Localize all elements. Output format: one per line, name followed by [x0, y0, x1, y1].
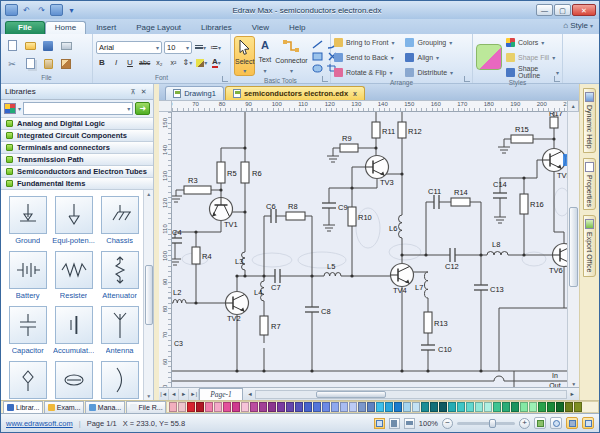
palette-swatch[interactable] — [457, 402, 465, 412]
symbol-tile-chassis[interactable]: Chassis — [99, 196, 140, 245]
symbol-tile-capacitor[interactable]: Capacitor — [7, 306, 48, 355]
font-style-button-4[interactable]: x₂ — [153, 57, 165, 69]
symbol-tile-attenuator[interactable]: Attenuator — [99, 251, 140, 300]
font-color-icon[interactable]: A▾ — [210, 57, 222, 69]
side-tab-export-office[interactable]: Export Office — [583, 215, 596, 276]
copy-icon[interactable] — [22, 56, 38, 71]
palette-swatch[interactable] — [475, 402, 483, 412]
page-nav-2[interactable]: ► — [179, 389, 189, 400]
palette-swatch[interactable] — [349, 402, 357, 412]
cut-icon[interactable]: ✂ — [4, 56, 20, 71]
open-library-button[interactable]: ➜ — [135, 102, 150, 115]
palette-swatch[interactable] — [556, 402, 564, 412]
pin-icon[interactable]: ⊼ — [127, 86, 138, 97]
styles-big-icon[interactable] — [476, 44, 502, 70]
palette-swatch[interactable] — [430, 402, 438, 412]
palette-swatch[interactable] — [295, 402, 303, 412]
print-icon[interactable] — [58, 38, 74, 53]
view-pagebreak-button[interactable] — [389, 418, 400, 429]
scroll-right-icon[interactable]: ► — [567, 389, 577, 400]
open-icon[interactable] — [22, 38, 38, 53]
zoom-out-button[interactable]: − — [442, 418, 453, 429]
symbol-tile-diamond[interactable] — [7, 361, 48, 400]
scrollbar-thumb[interactable] — [569, 207, 578, 287]
scroll-up-icon[interactable]: ▲ — [146, 191, 151, 197]
library-item-terminals-and-connectors[interactable]: Terminals and connectors — [1, 142, 153, 154]
palette-swatch[interactable] — [214, 402, 222, 412]
maximize-button[interactable]: ▢ — [554, 4, 571, 16]
library-item-fundamental-items[interactable]: Fundamental Items — [1, 178, 153, 190]
side-tab-properties[interactable]: Properties — [583, 158, 596, 211]
palette-swatch[interactable] — [367, 402, 375, 412]
symbol-tile-ground[interactable]: Ground — [7, 196, 48, 245]
symbol-tile-arc[interactable] — [99, 361, 140, 400]
library-search-select[interactable]: ▾ — [23, 102, 133, 115]
menu-tab-insert[interactable]: Insert — [86, 21, 126, 34]
font-style-button-0[interactable]: B — [96, 57, 108, 69]
palette-swatch[interactable] — [412, 402, 420, 412]
font-size-select[interactable]: 10▾ — [164, 41, 192, 54]
zoom-slider-thumb[interactable] — [489, 419, 496, 428]
side-tab-dynamic-help[interactable]: Dynamic Help — [583, 88, 596, 153]
panel-tab-file-r-[interactable]: File R... — [126, 401, 166, 413]
palette-swatch[interactable] — [484, 402, 492, 412]
palette-swatch[interactable] — [502, 402, 510, 412]
new-document-icon[interactable] — [4, 38, 20, 53]
palette-swatch[interactable] — [358, 402, 366, 412]
canvas-vertical-scrollbar[interactable]: ▼ — [567, 112, 579, 387]
view-normal-button[interactable] — [374, 418, 385, 429]
palette-swatch[interactable] — [223, 402, 231, 412]
palette-swatch[interactable] — [493, 402, 501, 412]
palette-swatch[interactable] — [340, 402, 348, 412]
minimize-button[interactable]: — — [536, 4, 553, 16]
ellipse-tool-icon[interactable] — [311, 63, 324, 74]
palette-swatch[interactable] — [187, 402, 195, 412]
palette-swatch[interactable] — [331, 402, 339, 412]
highlight-icon[interactable]: ▾ — [195, 57, 208, 69]
save-file-icon[interactable] — [40, 38, 56, 53]
palette-swatch[interactable] — [169, 402, 177, 412]
paste-icon[interactable] — [40, 56, 56, 71]
symbol-tile-battery[interactable]: Battery — [7, 251, 48, 300]
palette-swatch[interactable] — [421, 402, 429, 412]
scrollbar-thumb[interactable] — [316, 391, 386, 398]
symbol-tile-resister[interactable]: Resister — [52, 251, 95, 300]
palette-swatch[interactable] — [538, 402, 546, 412]
palette-swatch[interactable] — [547, 402, 555, 412]
scroll-down-icon[interactable]: ▼ — [146, 393, 151, 399]
line-tool-icon[interactable] — [311, 39, 324, 50]
palette-swatch[interactable] — [448, 402, 456, 412]
palette-swatch[interactable] — [520, 402, 528, 412]
edrawsoft-link[interactable]: www.edrawsoft.com — [6, 419, 73, 428]
palette-swatch[interactable] — [286, 402, 294, 412]
scrollbar-thumb[interactable] — [145, 265, 153, 325]
canvas-horizontal-scrollbar[interactable] — [255, 390, 567, 399]
palette-swatch[interactable] — [313, 402, 321, 412]
arrange-item-rotate-flip[interactable]: Rotate & Flip▾ — [334, 66, 405, 78]
drawing-canvas[interactable]: R3R5R6R4R7R8R9R10R11R12R13R14R15R16R17C4… — [172, 112, 567, 387]
zoom-slider[interactable] — [457, 422, 515, 425]
menu-tab-home[interactable]: Home — [45, 21, 86, 34]
arrange-item-send-to-back[interactable]: Send to Back▾ — [334, 51, 405, 63]
arrange-item-bring-to-front[interactable]: Bring to Front▾ — [334, 36, 405, 48]
palette-swatch[interactable] — [250, 402, 258, 412]
palette-swatch[interactable] — [511, 402, 519, 412]
styles-dialog-launcher-icon[interactable] — [554, 76, 560, 82]
bullet-list-icon[interactable]: ≔▾ — [209, 41, 222, 53]
styles-item-shape-fill[interactable]: Shape Fill▾ — [506, 51, 559, 63]
palette-swatch[interactable] — [529, 402, 537, 412]
pan-mode-button[interactable] — [566, 417, 578, 429]
arrange-item-grouping[interactable]: Grouping▾ — [405, 36, 469, 48]
rectangle-tool-icon[interactable] — [311, 51, 324, 62]
document-tab-drawing1[interactable]: Drawing1 — [165, 86, 224, 100]
close-button[interactable]: ✕ — [572, 4, 596, 16]
zoom-area-button[interactable] — [550, 417, 562, 429]
font-dialog-launcher-icon[interactable] — [222, 76, 228, 82]
arrange-item-align[interactable]: Align▾ — [405, 51, 469, 63]
palette-swatch[interactable] — [403, 402, 411, 412]
arrange-item-distribute[interactable]: Distribute▾ — [405, 66, 469, 78]
redo-icon[interactable]: ↷ — [35, 4, 48, 16]
close-panel-icon[interactable]: ✕ — [138, 86, 149, 97]
library-color-icon[interactable] — [4, 103, 16, 114]
undo-icon[interactable]: ↶ — [20, 4, 33, 16]
